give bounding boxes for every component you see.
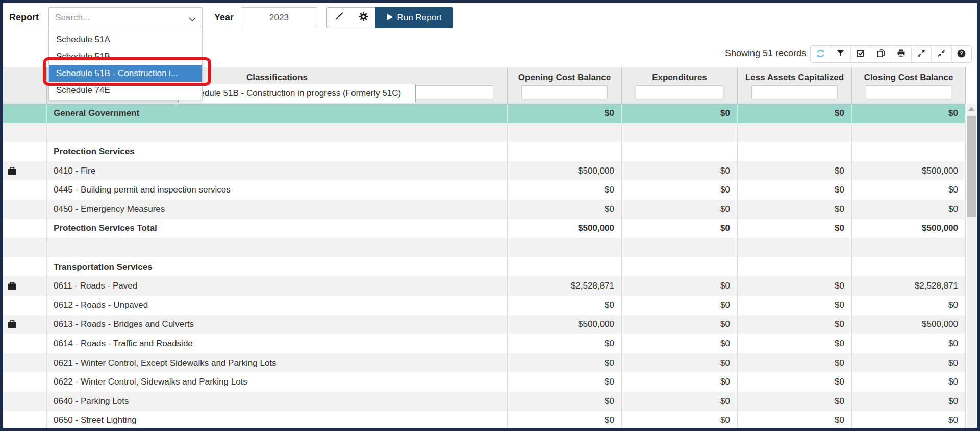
row-icon-cell bbox=[3, 104, 47, 123]
print-button[interactable] bbox=[891, 46, 911, 62]
table-row[interactable]: General Government$0$0$0$0 bbox=[3, 104, 966, 123]
classification-cell: 0614 - Roads - Traffic and Roadside bbox=[47, 334, 508, 353]
dropdown-option[interactable]: Schedule 51A bbox=[49, 31, 202, 48]
brush-button[interactable] bbox=[326, 7, 351, 28]
schedule-tooltip: Schedule 51B - Construction in progress … bbox=[178, 84, 416, 103]
scrollbar-thumb[interactable] bbox=[967, 116, 976, 217]
value-cell bbox=[622, 238, 738, 257]
value-cell bbox=[622, 123, 738, 142]
value-cell: $0 bbox=[622, 411, 738, 428]
value-cell: $0 bbox=[508, 180, 622, 200]
value-cell: $0 bbox=[738, 200, 852, 219]
column-filter-input[interactable] bbox=[521, 85, 608, 99]
header-cell[interactable]: Opening Cost Balance bbox=[508, 67, 622, 104]
table-row[interactable]: Protection Services bbox=[3, 142, 966, 161]
grid-toolbar: ? bbox=[810, 45, 972, 63]
app-content: Report Year bbox=[3, 3, 977, 428]
filter-button[interactable] bbox=[831, 46, 851, 62]
value-cell bbox=[508, 257, 622, 277]
classification-cell bbox=[47, 123, 508, 142]
value-cell bbox=[508, 123, 622, 142]
column-filter-input[interactable] bbox=[636, 85, 723, 99]
value-cell: $0 bbox=[852, 104, 966, 123]
gear-icon bbox=[359, 12, 368, 23]
value-cell: $0 bbox=[738, 353, 852, 373]
scroll-up-arrow[interactable] bbox=[968, 107, 974, 111]
chevron-down-icon[interactable] bbox=[189, 15, 196, 24]
select-columns-button[interactable] bbox=[850, 46, 871, 62]
run-report-button[interactable]: Run Report bbox=[375, 7, 453, 28]
value-cell: $0 bbox=[622, 334, 738, 353]
table-row[interactable] bbox=[3, 238, 966, 257]
copy-button[interactable] bbox=[871, 46, 891, 62]
help-button[interactable]: ? bbox=[951, 46, 972, 62]
value-cell: $0 bbox=[852, 200, 966, 219]
value-cell: $0 bbox=[508, 392, 622, 411]
table-row[interactable]: 0621 - Winter Control, Except Sidewalks … bbox=[3, 353, 966, 373]
table-row[interactable]: 0622 - Winter Control, Sidewalks and Par… bbox=[3, 372, 966, 392]
year-input[interactable] bbox=[241, 7, 317, 28]
header-cell[interactable]: Less Assets Capitalized bbox=[738, 67, 852, 104]
report-search-input[interactable] bbox=[49, 8, 202, 28]
value-cell: $0 bbox=[738, 161, 852, 181]
table-row[interactable]: 0613 - Roads - Bridges and Culverts$500,… bbox=[3, 315, 966, 334]
row-icon-cell bbox=[3, 372, 47, 392]
value-cell: $0 bbox=[738, 334, 852, 353]
header-cell[interactable]: Expenditures bbox=[622, 67, 738, 104]
collapse-button[interactable] bbox=[931, 46, 951, 62]
table-row[interactable] bbox=[3, 123, 966, 142]
value-cell: $0 bbox=[508, 353, 622, 373]
table-row[interactable]: Transportation Services bbox=[3, 257, 966, 277]
value-cell bbox=[738, 257, 852, 277]
value-cell: $0 bbox=[738, 392, 852, 411]
value-cell: $0 bbox=[622, 276, 738, 296]
table-row[interactable]: 0445 - Building permit and inspection se… bbox=[3, 180, 966, 200]
value-cell: $0 bbox=[622, 353, 738, 373]
brush-icon bbox=[335, 12, 344, 23]
briefcase-icon bbox=[3, 315, 47, 334]
table-row[interactable]: 0450 - Emergency Measures$0$0$0$0 bbox=[3, 200, 966, 219]
column-filter-input[interactable] bbox=[866, 85, 951, 99]
value-cell: $0 bbox=[738, 180, 852, 200]
value-cell: $0 bbox=[622, 161, 738, 181]
table-row[interactable]: 0611 - Roads - Paved$2,528,871$0$0$2,528… bbox=[3, 276, 966, 296]
header-cell-icon-column bbox=[3, 67, 47, 104]
dropdown-option[interactable]: Schedule 51B bbox=[49, 48, 202, 65]
column-filter-input[interactable] bbox=[751, 85, 838, 99]
value-cell bbox=[738, 238, 852, 257]
header-cell[interactable]: Closing Cost Balance bbox=[852, 67, 966, 104]
value-cell: $0 bbox=[738, 104, 852, 123]
value-cell: $0 bbox=[852, 180, 966, 200]
table-row[interactable]: 0650 - Street Lighting$0$0$0$0 bbox=[3, 411, 966, 428]
report-search-combobox[interactable] bbox=[48, 7, 203, 28]
value-cell: $0 bbox=[738, 372, 852, 392]
value-cell: $500,000 bbox=[852, 315, 966, 334]
briefcase-icon bbox=[3, 276, 47, 296]
value-cell: $0 bbox=[738, 219, 852, 238]
value-cell: $500,000 bbox=[508, 161, 622, 181]
value-cell: $0 bbox=[622, 200, 738, 219]
collapse-icon bbox=[937, 49, 945, 59]
value-cell: $0 bbox=[622, 104, 738, 123]
value-cell bbox=[508, 238, 622, 257]
vertical-scrollbar[interactable] bbox=[967, 104, 976, 428]
table-row[interactable]: Protection Services Total$500,000$0$0$50… bbox=[3, 219, 966, 238]
dropdown-option[interactable]: Schedule 51B - Construction i... bbox=[49, 65, 202, 82]
row-icon-cell bbox=[3, 142, 47, 161]
expand-button[interactable] bbox=[911, 46, 932, 62]
gear-button[interactable] bbox=[351, 7, 376, 28]
value-cell: $0 bbox=[622, 219, 738, 238]
value-cell: $0 bbox=[508, 104, 622, 123]
refresh-button[interactable] bbox=[811, 46, 831, 62]
value-cell bbox=[508, 142, 622, 161]
value-cell: $0 bbox=[508, 372, 622, 392]
table-row[interactable]: 0410 - Fire$500,000$0$0$500,000 bbox=[3, 161, 966, 181]
table-row[interactable]: 0640 - Parking Lots$0$0$0$0 bbox=[3, 392, 966, 411]
value-cell: $0 bbox=[508, 411, 622, 428]
table-row[interactable]: 0612 - Roads - Unpaved$0$0$0$0 bbox=[3, 296, 966, 315]
table-row[interactable]: 0614 - Roads - Traffic and Roadside$0$0$… bbox=[3, 334, 966, 353]
dropdown-option[interactable]: Schedule 74E bbox=[49, 82, 202, 99]
briefcase-icon bbox=[3, 161, 47, 181]
value-cell bbox=[738, 142, 852, 161]
classification-cell: Protection Services Total bbox=[47, 219, 508, 238]
